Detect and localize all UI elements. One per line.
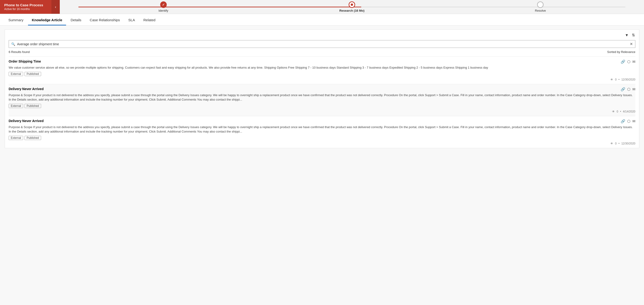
- article-date: 12/30/2020: [621, 78, 635, 81]
- step-research[interactable]: Research (16 Mo): [258, 1, 446, 12]
- knowledge-article-container: ▼ ⇅ 🔍 Average order shipment time ✕ 6 Re…: [5, 29, 639, 148]
- article-item: Delivery Never Arrived 🔗 ⬡ ✉ Purpose & S…: [9, 116, 635, 148]
- article-tags: External Published: [9, 104, 635, 108]
- article-tags: External Published: [9, 72, 635, 76]
- article-actions: 🔗 ⬡ ✉: [621, 87, 635, 91]
- article-body: We value customer service above all else…: [9, 65, 635, 70]
- view-icon: 👁: [610, 142, 613, 145]
- open-article-icon[interactable]: ⬡: [627, 59, 630, 64]
- main-content: ▼ ⇅ 🔍 Average order shipment time ✕ 6 Re…: [0, 26, 644, 305]
- article-item: Delivery Never Arrived 🔗 ⬡ ✉ Purpose & S…: [9, 84, 635, 116]
- view-count: 0: [615, 78, 617, 81]
- tag-external: External: [9, 136, 23, 140]
- email-article-icon[interactable]: ✉: [632, 87, 635, 91]
- view-icon: 👁: [610, 78, 613, 81]
- step-resolve[interactable]: Resolve: [446, 1, 635, 12]
- separator: •: [618, 142, 620, 145]
- open-article-icon[interactable]: ⬡: [627, 119, 630, 123]
- article-footer: 👁 0 • 12/30/2020: [9, 142, 635, 145]
- tab-sla[interactable]: SLA: [125, 15, 139, 25]
- article-tags: External Published: [9, 136, 635, 140]
- article-body: Purpose & Scope If your product is not d…: [9, 125, 635, 134]
- article-body: Purpose & Scope If your product is not d…: [9, 93, 635, 102]
- process-steps: ✓ Identify Research (16 Mo) Resolve: [60, 0, 644, 14]
- search-icon: 🔍: [11, 42, 15, 46]
- tag-published: Published: [24, 136, 41, 140]
- filter-icon[interactable]: ▼: [624, 33, 629, 38]
- link-article-icon[interactable]: 🔗: [621, 59, 625, 64]
- link-article-icon[interactable]: 🔗: [621, 87, 625, 91]
- step-identify[interactable]: ✓ Identify: [69, 1, 258, 12]
- article-title: Delivery Never Arrived: [9, 87, 44, 91]
- view-icon: 👁: [612, 110, 615, 113]
- view-count: 0: [615, 142, 617, 145]
- step-identify-circle: ✓: [160, 1, 167, 8]
- tab-related[interactable]: Related: [140, 15, 159, 25]
- tag-external: External: [9, 104, 23, 108]
- tab-case-relationships[interactable]: Case Relationships: [86, 15, 124, 25]
- process-title-section: Phone to Case Process Active for 16 mont…: [0, 0, 51, 14]
- toolbar-row: ▼ ⇅: [9, 32, 635, 38]
- nav-tabs: Summary Knowledge Article Details Case R…: [0, 14, 644, 26]
- article-header: Delivery Never Arrived 🔗 ⬡ ✉: [9, 119, 635, 123]
- step-resolve-label: Resolve: [535, 9, 546, 12]
- articles-list: Order Shipping Time 🔗 ⬡ ✉ We value custo…: [9, 56, 635, 148]
- article-item: Order Shipping Time 🔗 ⬡ ✉ We value custo…: [9, 56, 635, 84]
- step-research-circle: [348, 1, 355, 8]
- chevron-left-icon: ‹: [55, 5, 56, 9]
- open-article-icon[interactable]: ⬡: [627, 87, 630, 91]
- sorted-by-label: Sorted by Relevance: [607, 50, 635, 54]
- tag-published: Published: [24, 104, 41, 108]
- step-research-label: Research (16 Mo): [339, 9, 364, 12]
- search-input[interactable]: Average order shipment time: [17, 42, 630, 46]
- article-date: 4/14/2020: [623, 110, 635, 113]
- process-collapse-button[interactable]: ‹: [51, 0, 60, 14]
- tab-details[interactable]: Details: [67, 15, 85, 25]
- separator: •: [620, 110, 621, 113]
- results-info-row: 6 Results found Sorted by Relevance: [9, 50, 635, 54]
- article-date: 12/30/2020: [621, 142, 635, 145]
- email-article-icon[interactable]: ✉: [632, 119, 635, 123]
- search-clear-icon[interactable]: ✕: [630, 42, 633, 46]
- step-resolve-circle: [537, 1, 544, 8]
- email-article-icon[interactable]: ✉: [632, 59, 635, 64]
- process-bar: Phone to Case Process Active for 16 mont…: [0, 0, 644, 14]
- article-header: Delivery Never Arrived 🔗 ⬡ ✉: [9, 87, 635, 91]
- process-subtitle: Active for 16 months: [4, 7, 47, 11]
- article-footer: 👁 0 • 4/14/2020: [9, 110, 635, 113]
- article-header: Order Shipping Time 🔗 ⬡ ✉: [9, 59, 635, 64]
- tag-published: Published: [24, 72, 41, 76]
- results-count: 6 Results found: [9, 50, 30, 54]
- article-footer: 👁 0 • 12/30/2020: [9, 78, 635, 81]
- step-identify-label: Identify: [158, 9, 168, 12]
- article-actions: 🔗 ⬡ ✉: [621, 59, 635, 64]
- process-name: Phone to Case Process: [4, 3, 47, 7]
- article-actions: 🔗 ⬡ ✉: [621, 119, 635, 123]
- sort-icon[interactable]: ⇅: [632, 32, 635, 38]
- article-title: Order Shipping Time: [9, 59, 41, 63]
- tab-knowledge-article[interactable]: Knowledge Article: [28, 15, 66, 25]
- search-row: 🔍 Average order shipment time ✕: [9, 40, 635, 48]
- link-article-icon[interactable]: 🔗: [621, 119, 625, 123]
- tab-summary[interactable]: Summary: [5, 15, 27, 25]
- separator: •: [618, 78, 620, 81]
- tag-external: External: [9, 72, 23, 76]
- view-count: 0: [617, 110, 618, 113]
- article-title: Delivery Never Arrived: [9, 119, 44, 123]
